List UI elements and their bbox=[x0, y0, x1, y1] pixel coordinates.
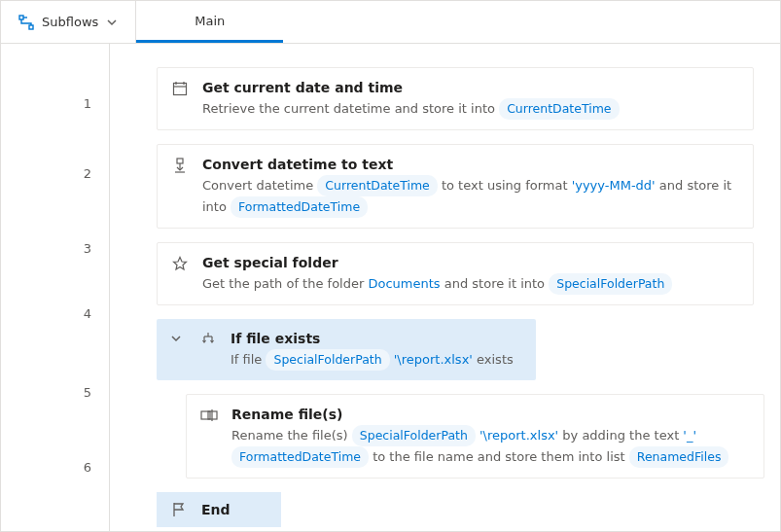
action-end[interactable]: End bbox=[157, 492, 281, 527]
variable-pill[interactable]: CurrentDateTime bbox=[499, 98, 619, 120]
action-description: If file SpecialFolderPath '\report.xlsx'… bbox=[231, 349, 522, 371]
line-number: 4 bbox=[1, 283, 109, 343]
variable-pill[interactable]: RenamedFiles bbox=[629, 446, 729, 468]
star-icon bbox=[171, 253, 189, 271]
variable-pill[interactable]: SpecialFolderPath bbox=[352, 425, 476, 446]
action-title: If file exists bbox=[231, 329, 522, 349]
tab-main[interactable]: Main bbox=[136, 1, 283, 43]
calendar-icon bbox=[171, 78, 189, 96]
action-description: Get the path of the folder Documents and… bbox=[202, 273, 739, 295]
rename-icon bbox=[200, 405, 218, 423]
action-get-special-folder[interactable]: Get special folder Get the path of the f… bbox=[157, 242, 754, 305]
action-description: Convert datetime CurrentDateTime to text… bbox=[202, 175, 739, 218]
action-convert-datetime[interactable]: Convert datetime to text Convert datetim… bbox=[157, 144, 754, 229]
svg-rect-0 bbox=[19, 16, 23, 19]
variable-pill[interactable]: FormattedDateTime bbox=[231, 446, 369, 468]
action-title: Get special folder bbox=[202, 253, 739, 273]
chevron-down-icon bbox=[106, 17, 118, 28]
svg-rect-4 bbox=[201, 411, 210, 419]
line-number: 6 bbox=[1, 441, 109, 493]
action-title: Rename file(s) bbox=[231, 405, 750, 425]
line-number: 5 bbox=[1, 343, 109, 441]
subflows-label: Subflows bbox=[42, 15, 98, 29]
svg-rect-3 bbox=[177, 159, 183, 163]
svg-rect-2 bbox=[174, 84, 187, 95]
action-get-datetime[interactable]: Get current date and time Retrieve the c… bbox=[157, 67, 754, 130]
tab-main-label: Main bbox=[195, 14, 225, 28]
subflows-dropdown[interactable]: Subflows bbox=[1, 1, 136, 43]
workflow-icon bbox=[18, 15, 34, 30]
variable-pill[interactable]: FormattedDateTime bbox=[231, 196, 368, 218]
convert-icon bbox=[171, 155, 189, 173]
flow-canvas: Get current date and time Retrieve the c… bbox=[110, 44, 780, 531]
collapse-toggle[interactable] bbox=[170, 329, 186, 344]
action-title: End bbox=[201, 502, 231, 517]
action-rename-files[interactable]: Rename file(s) Rename the file(s) Specia… bbox=[186, 394, 764, 479]
line-number-gutter: 1 2 3 4 5 6 bbox=[1, 44, 110, 531]
action-description: Rename the file(s) SpecialFolderPath '\r… bbox=[231, 425, 750, 468]
branch-icon bbox=[199, 329, 217, 347]
variable-pill[interactable]: SpecialFolderPath bbox=[549, 273, 672, 295]
flag-icon bbox=[170, 502, 188, 517]
action-title: Convert datetime to text bbox=[202, 155, 739, 175]
line-number: 3 bbox=[1, 213, 109, 283]
variable-pill[interactable]: SpecialFolderPath bbox=[266, 349, 389, 371]
action-description: Retrieve the current datetime and store … bbox=[202, 98, 739, 120]
variable-pill[interactable]: CurrentDateTime bbox=[317, 175, 437, 196]
action-if-file-exists[interactable]: If file exists If file SpecialFolderPath… bbox=[157, 319, 536, 380]
line-number: 1 bbox=[1, 73, 109, 133]
line-number: 2 bbox=[1, 133, 109, 213]
svg-rect-1 bbox=[29, 25, 33, 29]
action-title: Get current date and time bbox=[202, 78, 739, 98]
